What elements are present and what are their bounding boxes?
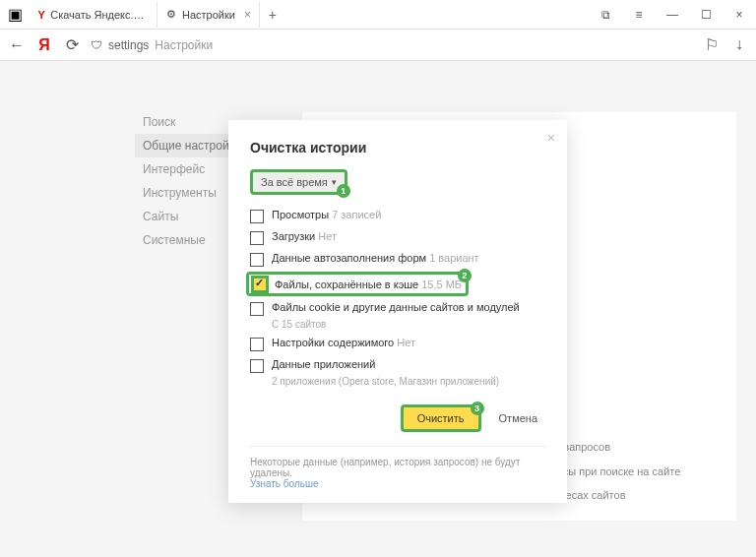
clear-button[interactable]: Очистить 3: [401, 404, 481, 432]
dialog-close-button[interactable]: ×: [547, 130, 555, 146]
newtab-button[interactable]: +: [260, 7, 285, 23]
tab-title: Настройки: [182, 9, 235, 21]
tab-0[interactable]: Y Скачать Яндекс.Браузер д...: [30, 2, 158, 28]
tab-favicon-yandex: Y: [37, 9, 45, 21]
opt-cookies-sub: С 15 сайтов: [272, 319, 545, 330]
time-range-select[interactable]: За всё время ▾ 1: [250, 169, 347, 195]
checkbox[interactable]: [250, 359, 264, 373]
shield-icon: 🛡: [91, 38, 102, 52]
opt-apps[interactable]: Данные приложений: [250, 358, 545, 373]
time-range-label: За всё время: [261, 176, 328, 188]
tab-1[interactable]: ⚙ Настройки ×: [158, 2, 260, 28]
opt-cookies[interactable]: Файлы cookie и другие данные сайтов и мо…: [250, 301, 545, 316]
annotation-badge-1: 1: [337, 184, 350, 198]
yandex-logo[interactable]: Я: [35, 36, 53, 54]
clear-history-dialog: × Очистка истории За всё время ▾ 1 Просм…: [228, 120, 567, 503]
reload-button[interactable]: ⟳: [63, 35, 81, 54]
address-text: settings: [108, 38, 149, 52]
titlebar: ▣ Y Скачать Яндекс.Браузер д... ⚙ Настро…: [0, 0, 756, 30]
annotation-badge-2: 2: [458, 269, 472, 282]
checkbox[interactable]: [250, 253, 264, 267]
maximize-button[interactable]: ☐: [689, 1, 723, 29]
bookmark-icon[interactable]: ⧉: [589, 1, 622, 29]
cancel-button[interactable]: Отмена: [491, 407, 545, 429]
chevron-down-icon: ▾: [332, 177, 337, 187]
dialog-footer: Некоторые данные (например, история запр…: [250, 446, 545, 489]
tab-favicon-gear: ⚙: [165, 9, 177, 21]
checkbox[interactable]: [250, 302, 264, 316]
opt-views[interactable]: Просмотры7 записей: [250, 209, 545, 223]
back-button[interactable]: ←: [8, 36, 26, 54]
options-list: Просмотры7 записей ЗагрузкиНет Данные ав…: [250, 209, 545, 387]
favorite-icon[interactable]: ⚐: [703, 35, 721, 54]
checkbox[interactable]: [250, 231, 264, 245]
minimize-button[interactable]: —: [656, 1, 689, 29]
opt-content[interactable]: Настройки содержимогоНет: [250, 337, 545, 351]
opt-apps-sub: 2 приложения (Opera store, Магазин прило…: [272, 376, 545, 387]
close-button[interactable]: ×: [723, 1, 756, 29]
menu-icon[interactable]: ≡: [622, 1, 656, 29]
dialog-actions: Очистить 3 Отмена: [250, 404, 545, 432]
tab-title: Скачать Яндекс.Браузер д...: [50, 9, 149, 21]
address-input[interactable]: 🛡 settings Настройки: [91, 38, 693, 52]
dialog-title: Очистка истории: [250, 140, 545, 155]
downloads-icon[interactable]: ↓: [730, 35, 748, 54]
address-text-2: Настройки: [155, 38, 213, 52]
address-bar: ← Я ⟳ 🛡 settings Настройки ⚐ ↓: [0, 30, 756, 61]
panels-icon[interactable]: ▣: [0, 5, 30, 24]
opt-cache[interactable]: Файлы, сохранённые в кэше15,5 МБ 2: [250, 274, 545, 294]
checkbox[interactable]: [250, 338, 264, 351]
checkbox[interactable]: [250, 210, 264, 223]
close-icon[interactable]: ×: [244, 8, 251, 22]
annotation-badge-3: 3: [471, 402, 484, 415]
opt-autofill[interactable]: Данные автозаполнения форм1 вариант: [250, 252, 545, 267]
checkbox-checked[interactable]: [253, 278, 267, 291]
learn-more-link[interactable]: Узнать больше: [250, 478, 319, 489]
opt-downloads[interactable]: ЗагрузкиНет: [250, 230, 545, 245]
